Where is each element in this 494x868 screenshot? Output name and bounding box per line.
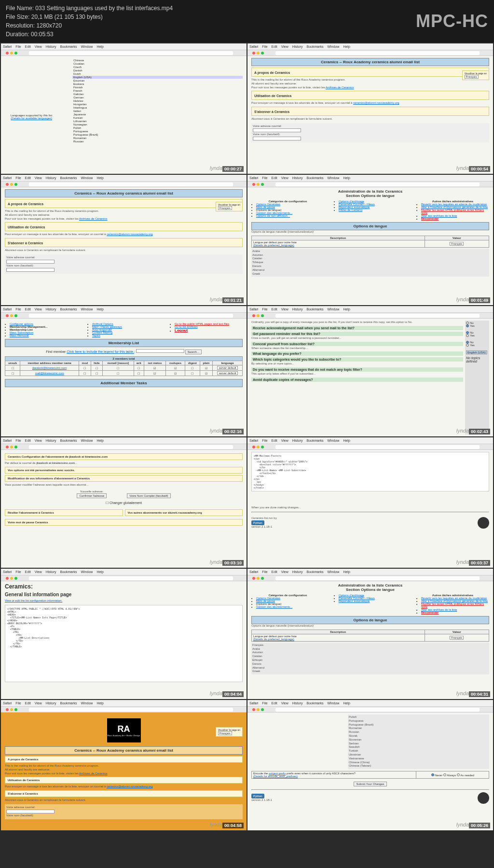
frame-11: SafariFileEditViewHistoryBookmarksWindow… — [1, 700, 247, 830]
filesize: 20,1 MB (21 105 130 bytes) — [31, 14, 103, 20]
frame-9: SafariFileEditViewHistoryBookmarksWindow… — [1, 569, 247, 699]
name-input[interactable] — [253, 137, 301, 140]
search-button[interactable]: Search... — [185, 350, 202, 354]
config-link[interactable]: View or edit the list configuration info… — [5, 599, 243, 602]
language-select[interactable]: Français — [450, 242, 464, 246]
language-selector[interactable]: Visualiser la page enFrançais — [462, 70, 489, 80]
ra-logo: RA Roux Academy Art • Media • Design — [107, 718, 141, 742]
html-code[interactable]: <MM-Mailman-Footer> </p> <td bgcolor="#4… — [251, 452, 489, 491]
language-list[interactable]: Chinese Croatian Czech Danish Dutch Engl… — [72, 59, 243, 143]
filename: 033 Setting languages used by the list i… — [35, 5, 173, 12]
frame-10: SafariFileEditViewHistoryBookmarksWindow… — [247, 569, 493, 699]
submit-button[interactable]: Submit Your Changes — [354, 782, 386, 786]
archives-link[interactable]: Archives de Ceramics — [326, 86, 354, 89]
frame-2: SafariFileEditViewHistoryBookmarksWindow… — [247, 43, 493, 174]
table-row: ☐mail@kinetecoinc.com☐☐☐☐☑☑☐☑server defa… — [5, 371, 243, 376]
python-logo: Python — [251, 794, 264, 798]
app-logo: MPC-HC — [416, 11, 488, 31]
logout-link[interactable]: Déconnecter — [421, 217, 439, 220]
email-link[interactable]: ceramics@alumni.rouxacademy.org — [353, 101, 399, 104]
email-input[interactable] — [253, 128, 301, 132]
frame-3: SafariFileEditViewHistoryBookmarksWindow… — [1, 175, 247, 305]
frame-7: SafariFileEditViewHistoryBookmarksWindow… — [1, 437, 247, 568]
mac-menubar: SafariFileEditViewHistoryBookmarksWindow… — [1, 43, 247, 50]
info-header: File Name: 033 Setting languages used by… — [0, 0, 494, 42]
timestamp: 00:00:27 — [222, 166, 244, 172]
duration: 00:05:53 — [31, 31, 54, 38]
frame-1: SafariFileEditViewHistoryBookmarksWindow… — [1, 43, 247, 174]
details-link[interactable]: (Details for available languages) — [11, 117, 52, 120]
thumbnail-grid: SafariFileEditViewHistoryBookmarksWindow… — [0, 42, 494, 831]
frame-12: SafariFileEditViewHistoryBookmarksWindow… — [247, 700, 493, 830]
confirm-button[interactable]: Confirmer l'adresse — [77, 493, 107, 498]
member-table: 2 members total unsubmember address memb… — [5, 356, 243, 376]
html-textarea[interactable]: <!DOCTYPE HTML PUBLIC "-//W3C//DTD HTML … — [5, 605, 243, 682]
lang-select[interactable]: server default — [217, 366, 237, 370]
gnu-logo — [478, 792, 489, 804]
gnu-logo — [478, 517, 489, 529]
frame-6: SafariFileEditViewHistoryBookmarksWindow… — [247, 306, 493, 436]
frame-8: SafariFileEditViewHistoryBookmarksWindow… — [247, 437, 493, 568]
table-row: ☐jbealock@kinetecoinc.com☐☐☐☐☑☑☐☑server … — [5, 365, 243, 371]
page-title: Ceramics -- Roux Academy ceramics alumni… — [251, 58, 489, 66]
lang-select[interactable]: English (USA) — [466, 350, 487, 354]
logout-link[interactable]: Logout — [175, 328, 188, 333]
selected-language: English (USA) — [72, 76, 243, 79]
search-input[interactable] — [136, 349, 184, 353]
resolution: 1280x720 — [36, 22, 62, 29]
frame-5: SafariFileEditViewHistoryBookmarksWindow… — [1, 306, 247, 436]
frame-4: SafariFileEditViewHistoryBookmarksWindow… — [247, 175, 493, 305]
python-logo: Python — [251, 520, 264, 525]
